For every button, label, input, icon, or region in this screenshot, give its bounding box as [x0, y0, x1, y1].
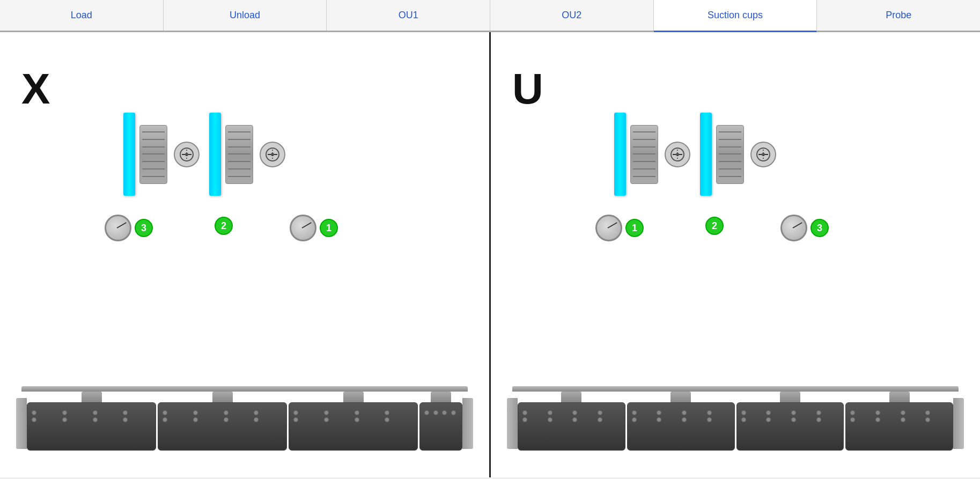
valve-right-1[interactable] [665, 142, 690, 167]
gauge-group-right-1: 1 [595, 215, 644, 241]
rail-end-right-left-panel [462, 398, 473, 449]
right-cup-1 [614, 113, 690, 196]
right-cup-2 [700, 113, 776, 196]
module-wrapper-1 [27, 392, 156, 451]
cyan-bar-left-1 [123, 113, 135, 196]
badge-left-3: 3 [135, 219, 153, 237]
badge-right-1: 1 [625, 219, 644, 237]
module-top-1 [82, 392, 102, 402]
left-section-letter: X [21, 64, 50, 114]
tab-unload[interactable]: Unload [164, 0, 327, 31]
valve-left-1[interactable] [174, 142, 200, 167]
right-section-letter: U [512, 64, 543, 114]
tab-load[interactable]: Load [0, 0, 164, 31]
module-top-2 [212, 392, 233, 402]
modules-left [27, 392, 462, 451]
module-body-2 [158, 402, 287, 451]
valve-left-2[interactable] [260, 142, 285, 167]
gauge-left-1 [290, 215, 316, 241]
cup-body-left-2 [225, 125, 253, 184]
tab-bar: Load Unload OU1 OU2 Suction cups Probe [0, 0, 980, 32]
conveyor-left [16, 386, 473, 451]
cyan-bar-right-1 [614, 113, 626, 196]
left-cup-2 [209, 113, 285, 196]
rmodule-wrapper-4 [845, 392, 953, 451]
left-panel: X [0, 32, 489, 477]
right-panel: U [491, 32, 980, 477]
tab-ou2[interactable]: OU2 [490, 0, 654, 31]
module-top-3 [343, 392, 364, 402]
badge-left-1: 1 [320, 219, 338, 237]
rail-end-left [16, 398, 27, 449]
rail-end-left-right [507, 398, 518, 449]
tab-ou1[interactable]: OU1 [327, 0, 490, 31]
module-top-4 [431, 392, 451, 402]
badge-left-2: 2 [215, 217, 233, 235]
module-wrapper-4 [419, 392, 462, 451]
left-cup-1 [123, 113, 200, 196]
modules-right [518, 392, 953, 451]
cup-body-right-2 [716, 125, 744, 184]
rail-left [21, 386, 468, 392]
rmodule-wrapper-3 [736, 392, 844, 451]
rail-right [512, 386, 959, 392]
module-body-4 [419, 402, 462, 451]
gauge-group-right-2: 2 [705, 217, 724, 235]
gauge-group-left-1: 1 [290, 215, 338, 241]
gauge-group-left-3: 3 [105, 215, 153, 241]
tab-suction-cups[interactable]: Suction cups [654, 0, 817, 32]
gauge-right-1 [595, 215, 622, 241]
module-wrapper-2 [158, 392, 287, 451]
module-body-3 [289, 402, 418, 451]
module-wrapper-3 [289, 392, 418, 451]
cup-body-right-1 [630, 125, 658, 184]
badge-right-2: 2 [705, 217, 724, 235]
gauge-group-right-3: 3 [780, 215, 829, 241]
gauge-group-left-2: 2 [215, 217, 233, 235]
rmodule-wrapper-1 [518, 392, 625, 451]
cyan-bar-left-2 [209, 113, 221, 196]
gauge-left-3 [105, 215, 131, 241]
tab-probe[interactable]: Probe [817, 0, 980, 31]
badge-right-3: 3 [810, 219, 829, 237]
valve-right-2[interactable] [750, 142, 776, 167]
main-content: X [0, 32, 980, 477]
cup-body-left-1 [139, 125, 167, 184]
cyan-bar-right-2 [700, 113, 712, 196]
module-body-1 [27, 402, 156, 451]
gauge-right-3 [780, 215, 807, 241]
conveyor-right [507, 386, 964, 451]
rmodule-wrapper-2 [627, 392, 735, 451]
rail-end-right-right-panel [953, 398, 964, 449]
